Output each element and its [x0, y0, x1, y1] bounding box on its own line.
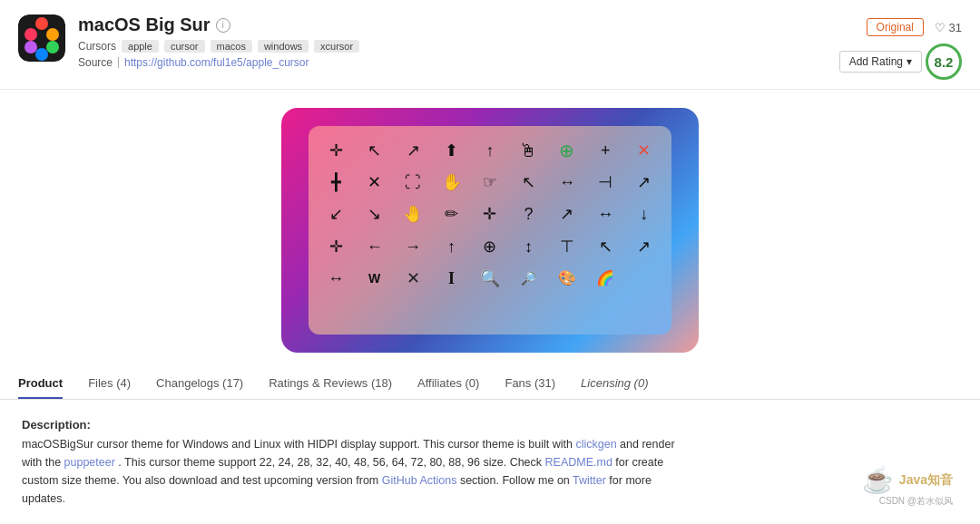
- category-label: Cursors: [78, 40, 116, 53]
- cursor-icon: ✛: [329, 238, 343, 255]
- cursor-icon: ↘: [368, 206, 381, 222]
- cursor-icon: ⛶: [405, 174, 421, 190]
- cursor-icon: ↗: [637, 238, 651, 255]
- svg-point-5: [24, 41, 37, 53]
- cursor-icon: ✕: [637, 142, 651, 159]
- cursor-icon: ↑: [485, 142, 494, 159]
- tabs-bar: Product Files (4) Changelogs (17) Rating…: [0, 367, 980, 400]
- cursor-icon: ↔: [328, 270, 344, 286]
- cursor-grid: ✛ ↖ ↗ ⬆ ↑ 🖱 ⊕ + ✕ ╋ ✕ ⛶ ✋ ☞ ↖ ↔ ⊣ ↗ ↙: [309, 126, 671, 335]
- svg-point-4: [35, 48, 48, 61]
- source-link[interactable]: https://github.com/ful1e5/apple_cursor: [124, 56, 309, 69]
- cursor-icon: ╋: [331, 174, 341, 190]
- tag-macos[interactable]: macos: [211, 40, 252, 53]
- original-button[interactable]: Original: [867, 18, 924, 36]
- header-info: macOS Big Sur i Cursors apple cursor mac…: [78, 15, 839, 69]
- link-readme[interactable]: README.md: [545, 456, 612, 469]
- cursor-icon: ←: [367, 238, 383, 255]
- cursor-icon: ⊕: [559, 141, 574, 160]
- add-rating-button[interactable]: Add Rating ▾: [839, 51, 922, 73]
- cursor-icon: I: [448, 270, 455, 286]
- heart-icon: ♡: [935, 21, 946, 34]
- link-puppeteer[interactable]: puppeteer: [64, 456, 115, 469]
- cursor-icon: ↖: [599, 238, 612, 255]
- watermark: ☕ Java知音 CSDN @若水似风: [862, 465, 953, 508]
- cursor-icon: →: [405, 238, 421, 255]
- watermark-sub: CSDN @若水似风: [879, 495, 953, 508]
- cursor-icon: ?: [524, 206, 533, 222]
- content-area: Description: macOSBigSur cursor theme fo…: [0, 400, 708, 524]
- source-row: Source https://github.com/ful1e5/apple_c…: [78, 56, 839, 69]
- cursor-icon: ✛: [329, 142, 343, 159]
- chevron-down-icon: ▾: [906, 55, 912, 68]
- cursor-icon: ↓: [640, 206, 648, 222]
- app-title: macOS Big Sur: [78, 15, 211, 35]
- info-icon[interactable]: i: [216, 18, 230, 33]
- watermark-logo: ☕: [862, 465, 894, 495]
- cursor-icon: ↑: [447, 238, 456, 255]
- tab-licensing[interactable]: Licensing (0): [581, 367, 648, 399]
- cursor-icon: W: [368, 272, 380, 285]
- tab-files[interactable]: Files (4): [88, 367, 131, 399]
- cursor-icon: 🔍: [480, 270, 500, 286]
- link-github-actions[interactable]: GitHub Actions: [382, 474, 457, 487]
- cursor-icon: ↔: [559, 174, 575, 190]
- tag-apple[interactable]: apple: [122, 40, 159, 53]
- link-clickgen[interactable]: clickgen: [575, 438, 616, 451]
- description-text: macOSBigSur cursor theme for Windows and…: [22, 435, 686, 508]
- svg-point-6: [24, 28, 37, 41]
- cursor-icon: ✛: [483, 206, 496, 222]
- tag-windows[interactable]: windows: [258, 40, 309, 53]
- cursor-icon: ✋: [442, 174, 462, 190]
- watermark-brand: Java知音: [899, 472, 953, 489]
- cursor-icon-multicolor: 🎨: [558, 271, 576, 286]
- svg-point-1: [35, 17, 48, 30]
- cursor-icon: ✕: [407, 270, 420, 286]
- app-title-row: macOS Big Sur i: [78, 15, 839, 35]
- cursor-icon: ↙: [329, 206, 343, 222]
- add-rating-label: Add Rating: [849, 55, 903, 68]
- cursor-icon: ⊣: [598, 174, 612, 190]
- tab-product[interactable]: Product: [18, 367, 63, 399]
- cursor-icon: ↔: [597, 206, 613, 222]
- cursor-icon-wheel: 🌈: [596, 271, 614, 286]
- header: macOS Big Sur i Cursors apple cursor mac…: [0, 0, 980, 90]
- cursor-icon: ⊕: [483, 238, 496, 255]
- tab-ratings[interactable]: Ratings & Reviews (18): [269, 367, 392, 399]
- cursor-icon: ↗: [560, 206, 573, 222]
- tag-xcursor[interactable]: xcursor: [314, 40, 359, 53]
- top-right-row: Original ♡ 31: [867, 18, 962, 36]
- cursor-icon: 🔎: [521, 272, 536, 285]
- tag-cursor[interactable]: cursor: [164, 40, 205, 53]
- svg-point-2: [46, 28, 59, 41]
- svg-point-3: [46, 41, 59, 53]
- cursor-icon: ⬆: [445, 142, 458, 159]
- cursor-icon: ☞: [483, 174, 497, 190]
- tab-affiliates[interactable]: Affiliates (0): [417, 367, 479, 399]
- preview-area: ✛ ↖ ↗ ⬆ ↑ 🖱 ⊕ + ✕ ╋ ✕ ⛶ ✋ ☞ ↖ ↔ ⊣ ↗ ↙: [0, 90, 980, 367]
- page-wrapper: macOS Big Sur i Cursors apple cursor mac…: [0, 0, 980, 524]
- cursor-icon: ↖: [368, 142, 381, 159]
- cursor-icon: ✕: [368, 174, 381, 190]
- add-rating-row: Add Rating ▾ 8.2: [839, 44, 962, 80]
- header-right: Original ♡ 31 Add Rating ▾ 8.2: [839, 15, 962, 80]
- cursor-icon: +: [601, 142, 611, 159]
- likes-number: 31: [949, 21, 962, 34]
- cursor-icon: ✏: [445, 206, 458, 222]
- tab-fans[interactable]: Fans (31): [505, 367, 555, 399]
- link-twitter[interactable]: Twitter: [573, 474, 606, 487]
- tags-row: Cursors apple cursor macos windows xcurs…: [78, 40, 839, 53]
- source-label: Source: [78, 56, 113, 69]
- cursor-icon: ↕: [524, 238, 533, 255]
- likes-count: ♡ 31: [935, 21, 962, 34]
- rating-score: 8.2: [926, 44, 962, 80]
- cursor-icon: ↖: [522, 174, 535, 190]
- cursor-icon: ⊤: [560, 238, 574, 255]
- preview-card: ✛ ↖ ↗ ⬆ ↑ 🖱 ⊕ + ✕ ╋ ✕ ⛶ ✋ ☞ ↖ ↔ ⊣ ↗ ↙: [281, 108, 699, 353]
- cursor-icon: ↗: [407, 142, 420, 159]
- tab-changelogs[interactable]: Changelogs (17): [156, 367, 243, 399]
- cursor-icon: 🤚: [403, 206, 423, 222]
- app-icon: [18, 15, 65, 62]
- cursor-icon: 🖱: [519, 141, 537, 160]
- cursor-icon: ↗: [637, 174, 651, 190]
